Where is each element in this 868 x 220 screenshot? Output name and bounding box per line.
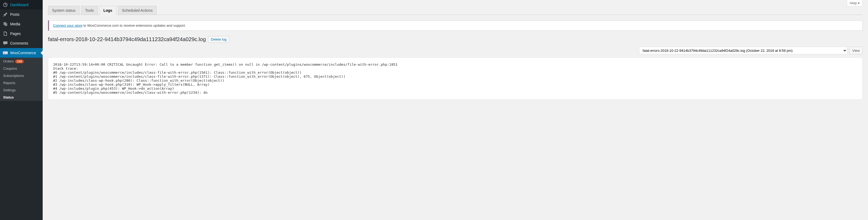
- tab-scheduled-actions[interactable]: Scheduled Actions: [118, 6, 157, 15]
- delete-log-button[interactable]: Delete log: [208, 36, 230, 43]
- tab-logs[interactable]: Logs: [99, 6, 116, 15]
- sidebar-sub-reports[interactable]: Reports: [0, 79, 43, 86]
- pages-icon: [3, 31, 8, 36]
- sidebar-item-posts[interactable]: Posts: [0, 9, 43, 19]
- sidebar-item-label: Media: [10, 22, 20, 26]
- sidebar-item-media[interactable]: Media: [0, 19, 43, 29]
- sidebar-sub-status[interactable]: Status: [0, 94, 43, 101]
- sidebar-sub-label: Status: [3, 95, 14, 99]
- tab-bar: System status Tools Logs Scheduled Actio…: [48, 6, 863, 15]
- sidebar-item-label: Dashboard: [10, 3, 29, 7]
- tab-system-status[interactable]: System status: [48, 6, 80, 15]
- log-select-row: fatal-errors-2018-10-22-9414b3794c49da11…: [48, 47, 863, 54]
- sidebar-item-dashboard[interactable]: Dashboard: [0, 0, 43, 9]
- view-button[interactable]: View: [849, 47, 863, 54]
- log-file-select[interactable]: fatal-errors-2018-10-22-9414b3794c49da11…: [639, 47, 847, 54]
- help-label: Help: [850, 1, 857, 5]
- sidebar-sub-subscriptions[interactable]: Subscriptions: [0, 72, 43, 79]
- orders-count-badge: 248: [15, 59, 24, 63]
- tab-tools[interactable]: Tools: [81, 6, 98, 15]
- connect-store-link[interactable]: Connect your store: [53, 24, 83, 28]
- sidebar-item-label: Comments: [10, 41, 28, 46]
- sidebar-sub-coupons[interactable]: Coupons: [0, 65, 43, 72]
- main-content: Help System status Tools Logs Scheduled …: [43, 0, 868, 220]
- sidebar-item-pages[interactable]: Pages: [0, 29, 43, 38]
- pin-icon: [3, 12, 8, 17]
- sidebar-sub-label: Settings: [3, 88, 16, 92]
- admin-sidebar: Dashboard Posts Media Pages Comments Woo…: [0, 0, 43, 220]
- comments-icon: [3, 40, 8, 46]
- svg-text:Woo: Woo: [3, 52, 7, 54]
- media-icon: [3, 21, 8, 27]
- log-title: fatal-errors-2018-10-22-9414b3794c49da11…: [48, 36, 206, 43]
- log-content: 2018-10-22T13:59:14+00:00 CRITICAL Uncau…: [48, 57, 863, 100]
- sidebar-item-woocommerce[interactable]: Woo WooCommerce: [0, 48, 43, 58]
- sidebar-sub-label: Reports: [3, 81, 16, 85]
- connect-store-notice: Connect your store to WooCommerce.com to…: [48, 20, 863, 31]
- sidebar-sub-label: Coupons: [3, 66, 17, 71]
- sidebar-sub-orders[interactable]: Orders 248: [0, 58, 43, 65]
- woocommerce-icon: Woo: [3, 50, 8, 56]
- sidebar-sub-settings[interactable]: Settings: [0, 86, 43, 94]
- help-tab[interactable]: Help: [847, 0, 863, 6]
- log-header: fatal-errors-2018-10-22-9414b3794c49da11…: [48, 36, 863, 43]
- sidebar-item-label: Posts: [10, 12, 20, 17]
- sidebar-item-label: Pages: [10, 31, 21, 36]
- notice-text: to WooCommerce.com to receive extensions…: [83, 24, 186, 28]
- sidebar-item-label: WooCommerce: [10, 51, 36, 55]
- dashboard-icon: [3, 2, 8, 7]
- sidebar-sub-label: Subscriptions: [3, 74, 24, 78]
- sidebar-item-comments[interactable]: Comments: [0, 38, 43, 48]
- sidebar-sub-label: Orders: [3, 59, 14, 63]
